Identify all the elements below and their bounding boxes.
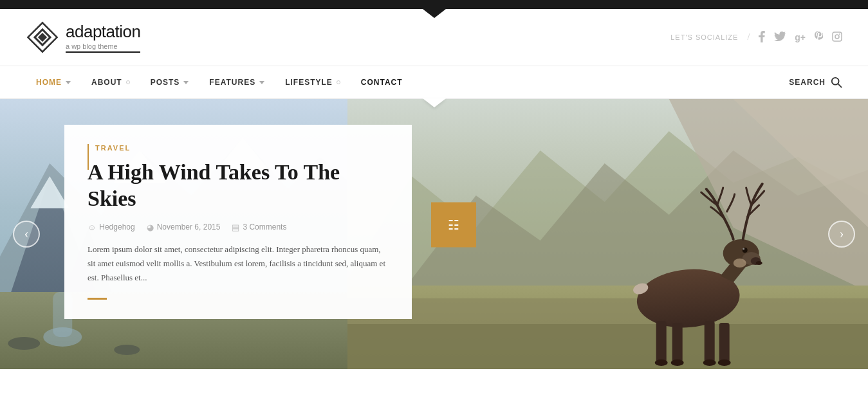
search-button[interactable]: SEARCH xyxy=(789,77,842,88)
prev-icon: ‹ xyxy=(24,227,29,240)
comment-icon: ▤ xyxy=(232,223,239,232)
top-bar xyxy=(0,0,868,9)
nav-item-features[interactable]: FEATURES xyxy=(199,66,275,98)
card-category[interactable]: TRAVEL xyxy=(88,144,389,152)
nav-label-posts: POSTS xyxy=(151,78,180,87)
svg-rect-41 xyxy=(719,323,729,363)
top-bar-arrow xyxy=(423,9,446,18)
logo-subtitle: a wp blog theme xyxy=(66,42,140,53)
hero-section: TRAVEL A High Wind Takes To The Skies ☺ … xyxy=(0,99,868,369)
svg-rect-4 xyxy=(833,32,842,41)
logo-title: adaptation xyxy=(66,22,140,42)
social-divider: / xyxy=(747,32,750,42)
nav-item-home[interactable]: HOME xyxy=(26,66,81,98)
twitter-icon[interactable] xyxy=(774,32,786,43)
content-card: TRAVEL A High Wind Takes To The Skies ☺ … xyxy=(64,125,412,319)
svg-point-45 xyxy=(717,359,730,366)
svg-point-35 xyxy=(743,248,744,250)
logo-text-area: adaptation a wp blog theme xyxy=(66,22,140,53)
card-title: A High Wind Takes To The Skies xyxy=(88,159,389,212)
svg-rect-39 xyxy=(672,323,682,363)
meta-author: ☺ Hedgehog xyxy=(88,223,135,232)
navigation: HOME ABOUT POSTS FEATURES LIFESTYLE CONT… xyxy=(0,66,868,99)
clock-icon: ◕ xyxy=(147,223,154,232)
instagram-icon[interactable] xyxy=(832,32,842,44)
svg-point-19 xyxy=(8,337,40,350)
svg-line-8 xyxy=(838,84,842,87)
next-icon: › xyxy=(840,227,844,240)
nav-label-lifestyle: LIFESTYLE xyxy=(285,78,333,87)
svg-point-5 xyxy=(835,35,839,39)
diamond-icon[interactable]: ☷ xyxy=(431,203,476,248)
card-excerpt: Lorem ipsum dolor sit amet, consectetur … xyxy=(88,242,389,285)
card-meta: ☺ Hedgehog ◕ November 6, 2015 ▤ 3 Commen… xyxy=(88,223,389,232)
svg-rect-40 xyxy=(704,321,714,363)
card-readmore[interactable] xyxy=(88,298,107,300)
diamond-icon-inner: ☷ xyxy=(448,217,459,233)
nav-item-lifestyle[interactable]: LIFESTYLE xyxy=(275,66,351,98)
nav-arrow-features xyxy=(259,81,264,84)
nav-dot-about xyxy=(126,80,130,84)
svg-point-20 xyxy=(114,345,140,355)
nav-bottom-arrow xyxy=(423,98,446,107)
nav-label-about: ABOUT xyxy=(91,78,122,87)
nav-item-contact[interactable]: CONTACT xyxy=(351,66,413,98)
card-accent xyxy=(88,144,89,170)
search-label: SEARCH xyxy=(789,78,826,87)
svg-rect-28 xyxy=(347,324,868,369)
svg-point-6 xyxy=(839,33,840,35)
logo-icon xyxy=(26,21,59,54)
svg-point-44 xyxy=(703,359,716,366)
nav-items: HOME ABOUT POSTS FEATURES LIFESTYLE CONT… xyxy=(26,66,789,98)
slider-next-button[interactable]: › xyxy=(828,221,855,248)
nav-label-contact: CONTACT xyxy=(361,78,403,87)
facebook-icon[interactable] xyxy=(759,31,765,44)
nav-label-features: FEATURES xyxy=(209,78,255,87)
hero-right-scene xyxy=(347,99,868,369)
nav-arrow-posts xyxy=(183,81,189,84)
slider-prev-button[interactable]: ‹ xyxy=(13,221,40,248)
svg-rect-38 xyxy=(656,321,666,363)
svg-point-36 xyxy=(755,261,762,265)
author-icon: ☺ xyxy=(88,223,96,232)
nav-dot-lifestyle xyxy=(337,80,340,84)
nav-label-home: HOME xyxy=(36,78,62,87)
svg-point-7 xyxy=(832,78,839,85)
nav-item-posts[interactable]: POSTS xyxy=(140,66,199,98)
nav-item-about[interactable]: ABOUT xyxy=(81,66,140,98)
pinterest-icon[interactable] xyxy=(815,31,823,44)
svg-point-43 xyxy=(670,359,683,366)
meta-date: ◕ November 6, 2015 xyxy=(147,223,221,232)
nav-arrow-home xyxy=(66,81,71,84)
logo-area[interactable]: adaptation a wp blog theme xyxy=(26,21,140,54)
social-area: LET'S SOCIALIZE / g+ xyxy=(670,31,842,44)
social-label: LET'S SOCIALIZE xyxy=(670,33,738,41)
googleplus-icon[interactable]: g+ xyxy=(795,32,806,42)
search-icon xyxy=(831,77,842,88)
meta-comments: ▤ 3 Comments xyxy=(232,223,286,232)
svg-point-37 xyxy=(733,259,746,268)
svg-point-42 xyxy=(654,359,667,366)
